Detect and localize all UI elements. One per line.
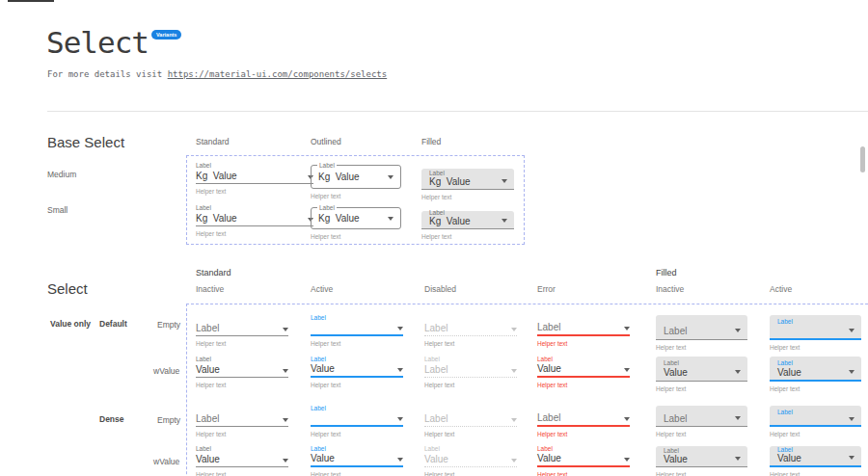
select-standard-inactive-empty[interactable]: Label Helper text — [196, 313, 288, 347]
select-value: Value — [777, 454, 801, 463]
helper-text: Helper text — [656, 385, 747, 392]
helper-text: Helper text — [537, 471, 630, 476]
helper-text: Helper text — [311, 233, 401, 240]
helper-text: Helper text — [656, 471, 747, 476]
page-title: Select — [46, 25, 149, 60]
select-standard-active-empty[interactable]: Label Helper text — [311, 313, 403, 347]
dropdown-arrow-icon — [735, 416, 741, 420]
helper-text: Helper text — [421, 194, 514, 200]
select-value: Kg Value — [429, 177, 471, 187]
helper-text: Helper text — [770, 431, 861, 437]
dropdown-arrow-icon — [735, 457, 741, 461]
helper-text: Helper text — [196, 471, 288, 476]
select-value: Value — [424, 455, 448, 464]
select-label — [424, 313, 517, 322]
dropdown-arrow-icon — [388, 217, 393, 221]
dropdown-arrow-icon — [849, 370, 854, 374]
select-standard-error-empty[interactable]: Label Helper text — [537, 313, 630, 347]
state-header-filled-inactive: Inactive — [656, 284, 684, 294]
select-standard-disabled-empty-dense[interactable]: Label Helper text — [424, 404, 517, 437]
helper-text: Helper text — [311, 431, 403, 437]
frame-edge-mark — [8, 0, 54, 2]
base-select-title: Base Select — [47, 134, 124, 150]
dropdown-arrow-icon — [849, 417, 854, 421]
select-value: Label — [196, 414, 219, 424]
helper-text: Helper text — [537, 431, 630, 437]
select-standard-active-value-dense[interactable]: Label Value Helper text — [311, 444, 403, 476]
base-select-outlined-small[interactable]: Label Kg Value Helper text — [311, 207, 401, 240]
state-header-disabled: Disabled — [424, 284, 456, 294]
select-label: Label — [311, 355, 403, 363]
dropdown-arrow-icon — [283, 418, 288, 422]
select-standard-error-value-dense[interactable]: Label Value Helper text — [537, 444, 630, 476]
base-select-standard-medium[interactable]: Label Kg Value Helper text — [196, 161, 313, 195]
dropdown-arrow-icon — [735, 329, 741, 332]
select-standard-active-value[interactable]: Label Value Helper text — [311, 355, 403, 388]
helper-text: Helper text — [770, 471, 861, 476]
subtitle-text: For more details visit — [47, 69, 168, 79]
row-group-dense: Dense — [99, 414, 124, 424]
select-label — [537, 313, 630, 322]
select-label: Label — [317, 162, 337, 170]
select-standard-error-value[interactable]: Label Value Helper text — [537, 355, 630, 388]
helper-text: Helper text — [537, 382, 630, 388]
select-value: Value — [311, 454, 335, 463]
dropdown-arrow-icon — [388, 175, 393, 179]
select-standard-error-empty-dense[interactable]: Label Helper text — [537, 404, 630, 437]
select-filled-inactive-empty-dense[interactable]: Label Helper text — [656, 406, 747, 437]
select-standard-inactive-value[interactable]: Label Value Helper text — [196, 355, 288, 388]
select-label — [424, 404, 517, 412]
header-divider — [47, 111, 868, 112]
select-filled-inactive-value-dense[interactable]: Label Value Helper text — [656, 446, 747, 476]
helper-text: Helper text — [424, 431, 517, 437]
select-value: Kg Value — [318, 172, 360, 182]
row-label-empty-default: Empty — [157, 320, 180, 330]
select-standard-disabled-empty[interactable]: Label Helper text — [424, 313, 517, 347]
dropdown-arrow-icon — [624, 417, 630, 421]
select-filled-inactive-value[interactable]: Label Value Helper text — [656, 357, 747, 392]
select-filled-inactive-empty[interactable]: Label Helper text — [656, 315, 747, 351]
select-label: Label — [424, 444, 517, 453]
select-value: Kg Value — [196, 214, 237, 224]
row-group-value-only: Value only — [50, 319, 91, 329]
dropdown-arrow-icon — [397, 327, 403, 331]
select-filled-active-value[interactable]: Label Value Helper text — [770, 357, 861, 392]
helper-text: Helper text — [196, 382, 288, 388]
select-filled-active-empty[interactable]: Label Helper text — [770, 315, 861, 351]
select-standard-disabled-value[interactable]: Label Label Helper text — [424, 355, 517, 388]
dropdown-arrow-icon — [624, 327, 630, 331]
select-value: Value — [311, 364, 335, 374]
select-value: Label — [424, 324, 448, 333]
select-value: Kg Value — [318, 214, 360, 224]
select-label: Label — [537, 355, 630, 363]
row-label-wvalue-dense: wValue — [153, 457, 179, 466]
select-label: Label — [317, 204, 337, 212]
material-ui-link[interactable]: https://material-ui.com/components/selec… — [168, 69, 388, 79]
select-standard-active-empty-dense[interactable]: Label Helper text — [311, 404, 403, 437]
select-label — [196, 313, 288, 322]
variants-badge: Variants — [151, 30, 181, 40]
helper-text: Helper text — [311, 382, 403, 388]
column-header-outlined: Outlined — [311, 137, 341, 146]
select-filled-active-value-dense[interactable]: Label Value Helper text — [770, 446, 861, 476]
base-select-standard-small[interactable]: Label Kg Value Helper text — [196, 203, 313, 237]
select-filled-active-empty-dense[interactable]: Label Helper text — [770, 406, 861, 437]
select-standard-inactive-value-dense[interactable]: Label Value Helper text — [196, 444, 288, 476]
dropdown-arrow-icon — [849, 456, 854, 460]
base-select-filled-medium[interactable]: Label Kg Value Helper text — [421, 169, 514, 200]
helper-text: Helper text — [421, 233, 514, 240]
vertical-scrollbar-thumb[interactable] — [860, 146, 865, 172]
row-group-default: Default — [99, 319, 127, 329]
select-standard-inactive-empty-dense[interactable]: Label Helper text — [196, 404, 288, 437]
helper-text: Helper text — [770, 385, 861, 392]
select-variants-page: Select Variants For more details visit h… — [0, 0, 868, 476]
base-select-outlined-medium[interactable]: Label Kg Value Helper text — [311, 165, 401, 199]
base-select-filled-small[interactable]: Label Kg Value Helper text — [421, 211, 514, 240]
helper-text: Helper text — [196, 188, 313, 195]
select-value: Value — [537, 454, 561, 463]
dropdown-arrow-icon — [735, 370, 741, 374]
select-label: Label — [311, 444, 403, 453]
select-standard-disabled-value-dense[interactable]: Label Value Helper text — [424, 444, 517, 476]
select-value: Value — [777, 368, 801, 378]
dropdown-arrow-icon — [502, 179, 507, 183]
